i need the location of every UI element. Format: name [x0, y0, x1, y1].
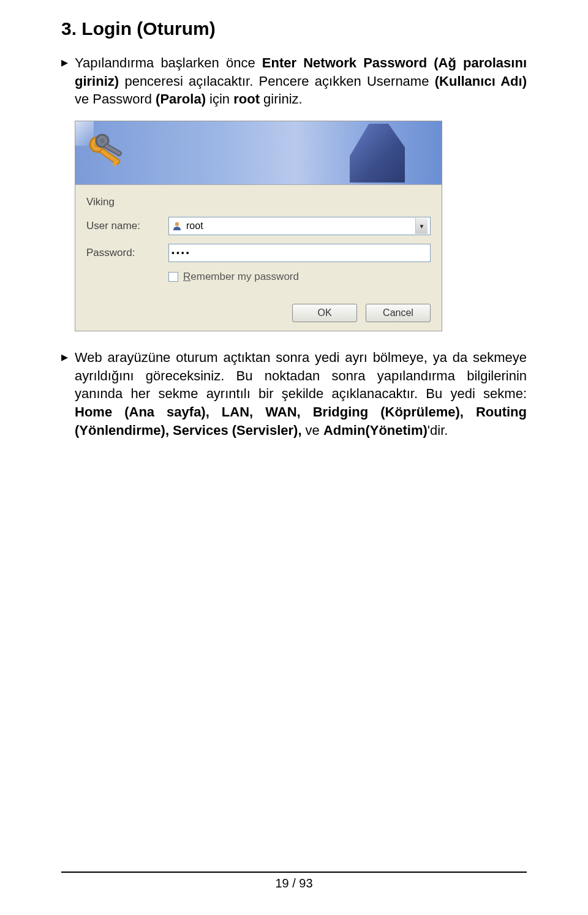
- footer-divider: [61, 872, 527, 873]
- bullet-icon: ▸: [61, 348, 75, 439]
- paragraph-1: ▸ Yapılandırma başlarken önce Enter Netw…: [61, 54, 527, 108]
- page-number: 19 / 93: [61, 876, 527, 891]
- dialog-header: [75, 121, 442, 185]
- header-figure: [350, 124, 405, 183]
- paragraph-1-text: Yapılandırma başlarken önce Enter Networ…: [75, 54, 527, 108]
- ok-button[interactable]: OK: [292, 304, 357, 322]
- username-dropdown-button[interactable]: ▼: [415, 218, 428, 234]
- dialog-buttons: OK Cancel: [86, 304, 431, 322]
- p1-mid2: ve Password: [75, 91, 156, 107]
- remember-row: RRemember my passwordemember my password: [168, 271, 431, 283]
- remember-checkbox[interactable]: [168, 272, 178, 282]
- username-row: User name: root ▼: [86, 217, 431, 235]
- username-input[interactable]: root ▼: [168, 217, 431, 235]
- p1-bold4: root: [233, 91, 260, 107]
- keys-icon: [84, 130, 133, 181]
- user-icon: [172, 220, 183, 232]
- password-value: ••••: [172, 248, 191, 258]
- svg-point-7: [175, 222, 179, 226]
- p1-end: giriniz.: [260, 91, 303, 107]
- password-label: Password:: [86, 247, 168, 259]
- paragraph-2: ▸ Web arayüzüne oturum açtıktan sonra ye…: [61, 348, 527, 439]
- svg-point-5: [100, 138, 105, 143]
- password-row: Password: ••••: [86, 244, 431, 262]
- p2-bold: Home (Ana sayfa), LAN, WAN, Bridging (Kö…: [75, 404, 527, 438]
- p1-text: Yapılandırma başlarken önce: [75, 55, 262, 70]
- bullet-icon: ▸: [61, 54, 75, 108]
- paragraph-2-text: Web arayüzüne oturum açtıktan sonra yedi…: [75, 348, 527, 439]
- realm-row: Viking: [86, 196, 431, 208]
- p1-bold2: (Kullanıcı Adı): [435, 73, 527, 89]
- p1-bold3: (Parola): [156, 91, 206, 107]
- dialog-body: Viking User name: root ▼ Password: •••• …: [75, 185, 442, 331]
- login-dialog: Viking User name: root ▼ Password: •••• …: [75, 121, 442, 331]
- p2-mid: ve: [302, 423, 323, 438]
- p2-pre: Web arayüzüne oturum açtıktan sonra yedi…: [75, 350, 527, 401]
- p2-end: 'dir.: [428, 423, 448, 438]
- p2-bold2: Admin(Yönetim): [323, 423, 428, 438]
- realm-label: Viking: [86, 196, 168, 208]
- username-value: root: [186, 220, 415, 232]
- p1-mid3: için: [206, 91, 233, 107]
- section-heading: 3. Login (Oturum): [61, 18, 527, 39]
- p1-mid1: penceresi açılacaktır. Pencere açıkken U…: [119, 73, 435, 89]
- remember-label: RRemember my passwordemember my password: [183, 271, 299, 283]
- username-label: User name:: [86, 220, 168, 232]
- password-input[interactable]: ••••: [168, 244, 431, 262]
- page-footer: 19 / 93: [61, 872, 527, 891]
- cancel-button[interactable]: Cancel: [366, 304, 431, 322]
